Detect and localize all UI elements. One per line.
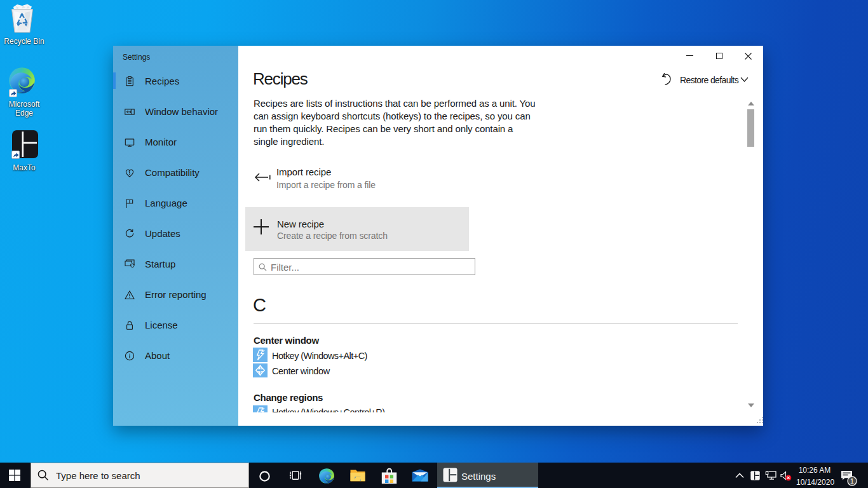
svg-text:1: 1 (850, 477, 854, 485)
